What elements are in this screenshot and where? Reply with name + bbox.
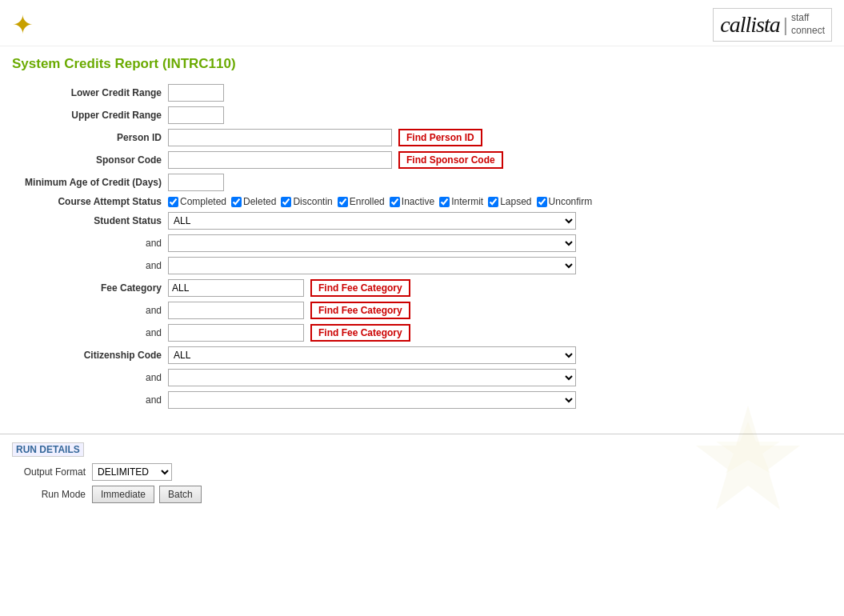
checkbox-discontin-label: Discontin [293, 196, 332, 207]
and-label-5: and [12, 372, 168, 383]
fee-category-row: Fee Category Find Fee Category [12, 279, 832, 297]
and-label-3: and [12, 305, 168, 316]
citizenship-code-row: Citizenship Code ALL [12, 346, 832, 364]
batch-button[interactable]: Batch [159, 486, 202, 503]
page-title: System Credits Report (INTRC110) [0, 46, 844, 80]
citizenship-code-label: Citizenship Code [12, 350, 168, 361]
fee-category-label: Fee Category [12, 282, 168, 294]
form-area: Lower Credit Range Upper Credit Range Pe… [0, 80, 844, 422]
checkbox-deleted-label: Deleted [243, 196, 276, 207]
checkbox-inactive[interactable]: Inactive [390, 196, 434, 207]
brand-logo: callista | staffconnect [713, 8, 832, 42]
checkbox-inactive-input[interactable] [390, 197, 400, 207]
student-status-and1-select[interactable] [168, 234, 576, 252]
student-status-and2-row: and [12, 257, 832, 274]
checkbox-completed-label: Completed [180, 196, 226, 207]
checkbox-discontin[interactable]: Discontin [281, 196, 332, 207]
lower-credit-range-row: Lower Credit Range [12, 84, 832, 102]
and-label-2: and [12, 260, 168, 271]
sponsor-code-row: Sponsor Code Find Sponsor Code [12, 151, 832, 169]
student-status-and1-row: and [12, 234, 832, 252]
find-sponsor-code-button[interactable]: Find Sponsor Code [398, 151, 503, 169]
checkbox-completed-input[interactable] [168, 197, 178, 207]
output-format-label: Output Format [12, 466, 92, 478]
and-label-1: and [12, 238, 168, 249]
checkbox-intermit[interactable]: Intermit [439, 196, 483, 207]
person-id-input[interactable] [168, 129, 392, 146]
checkbox-deleted[interactable]: Deleted [231, 196, 276, 207]
checkbox-enrolled-label: Enrolled [350, 196, 385, 207]
lower-credit-range-label: Lower Credit Range [12, 87, 168, 98]
student-status-row: Student Status ALL [12, 212, 832, 230]
checkbox-deleted-input[interactable] [231, 197, 242, 207]
student-status-and2-select[interactable] [168, 257, 576, 274]
watermark-star [676, 398, 820, 526]
logo-star: ✦ [12, 10, 34, 40]
find-fee-category-button-1[interactable]: Find Fee Category [310, 279, 410, 297]
and-label-6: and [12, 394, 168, 406]
student-status-label: Student Status [12, 215, 168, 226]
citizenship-and1-select[interactable] [168, 369, 576, 386]
and-label-4: and [12, 327, 168, 338]
citizenship-code-select[interactable]: ALL [168, 346, 576, 364]
person-id-row: Person ID Find Person ID [12, 129, 832, 146]
checkbox-enrolled[interactable]: Enrolled [338, 196, 385, 207]
checkbox-inactive-label: Inactive [402, 196, 434, 207]
sponsor-code-label: Sponsor Code [12, 154, 168, 166]
min-age-label: Minimum Age of Credit (Days) [12, 177, 168, 188]
checkbox-lapsed[interactable]: Lapsed [488, 196, 531, 207]
min-age-row: Minimum Age of Credit (Days) [12, 174, 832, 191]
checkbox-lapsed-label: Lapsed [500, 196, 531, 207]
upper-credit-range-row: Upper Credit Range [12, 106, 832, 124]
brand-suffix: staffconnect [791, 12, 825, 37]
checkbox-unconfirm[interactable]: Unconfirm [537, 196, 593, 207]
immediate-button[interactable]: Immediate [92, 486, 154, 503]
fee-category-and2-row: and Find Fee Category [12, 324, 832, 342]
run-details-title: RUN DETAILS [12, 442, 84, 457]
fee-category-and1-row: and Find Fee Category [12, 302, 832, 319]
course-attempt-status-checkboxes: Completed Deleted Discontin Enrolled Ina… [168, 196, 592, 207]
run-mode-label: Run Mode [12, 489, 92, 500]
course-attempt-status-label: Course Attempt Status [12, 196, 168, 207]
brand-divider: | [783, 14, 788, 36]
checkbox-unconfirm-label: Unconfirm [549, 196, 593, 207]
checkbox-enrolled-input[interactable] [338, 197, 348, 207]
course-attempt-status-row: Course Attempt Status Completed Deleted … [12, 196, 832, 207]
checkbox-completed[interactable]: Completed [168, 196, 226, 207]
header: ✦ callista | staffconnect [0, 0, 844, 46]
checkbox-intermit-input[interactable] [439, 197, 450, 207]
bottom-area: RUN DETAILS Output Format DELIMITED PDF … [0, 434, 844, 530]
student-status-select[interactable]: ALL [168, 212, 576, 230]
sponsor-code-input[interactable] [168, 151, 392, 169]
brand-name: callista [720, 12, 779, 38]
fee-category-input[interactable] [168, 279, 304, 297]
checkbox-unconfirm-input[interactable] [537, 197, 547, 207]
checkbox-lapsed-input[interactable] [488, 197, 498, 207]
upper-credit-range-label: Upper Credit Range [12, 110, 168, 121]
output-format-select[interactable]: DELIMITED PDF CSV XML [92, 463, 172, 481]
find-person-id-button[interactable]: Find Person ID [398, 129, 482, 146]
lower-credit-range-input[interactable] [168, 84, 224, 102]
upper-credit-range-input[interactable] [168, 106, 224, 124]
citizenship-and1-row: and [12, 369, 832, 386]
min-age-input[interactable] [168, 174, 224, 191]
citizenship-and2-select[interactable] [168, 391, 576, 409]
fee-category-and2-input[interactable] [168, 324, 304, 342]
checkbox-intermit-label: Intermit [451, 196, 483, 207]
person-id-label: Person ID [12, 132, 168, 143]
find-fee-category-button-3[interactable]: Find Fee Category [310, 324, 410, 342]
checkbox-discontin-input[interactable] [281, 197, 291, 207]
fee-category-and1-input[interactable] [168, 302, 304, 319]
find-fee-category-button-2[interactable]: Find Fee Category [310, 302, 410, 319]
